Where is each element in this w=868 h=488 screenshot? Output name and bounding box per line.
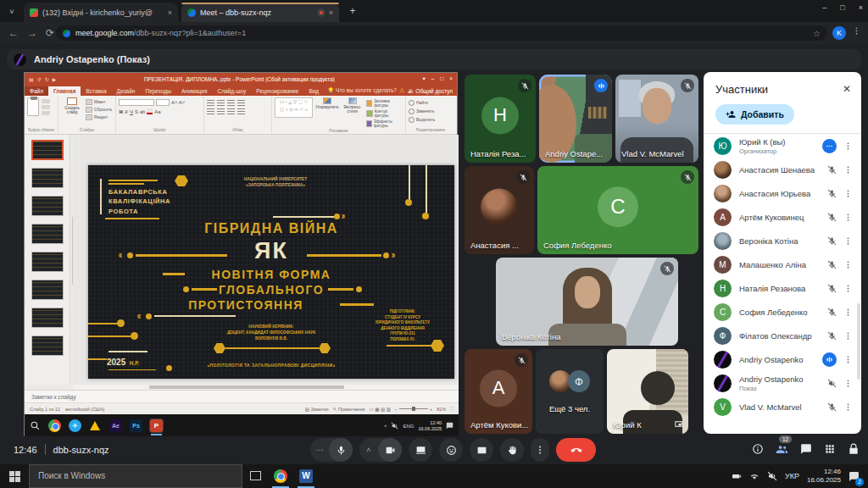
section-button[interactable]: Раздел (86, 114, 112, 120)
mic-control[interactable]: ⋯ (310, 438, 353, 462)
share-button[interactable]: Общий доступ (408, 88, 453, 94)
align-center-button[interactable] (217, 108, 225, 114)
bullets-button[interactable] (207, 100, 214, 106)
task-view-button[interactable] (242, 469, 268, 484)
redo-icon[interactable]: ↻ (45, 76, 49, 82)
participant-row[interactable]: С София Лебеденко (704, 300, 861, 324)
participant-row[interactable]: Н Наталія Резанова (704, 276, 861, 300)
language-indicator[interactable]: УКР (785, 472, 799, 480)
drive-taskbar-icon[interactable] (89, 419, 102, 432)
chrome-taskbar-icon[interactable] (48, 419, 61, 432)
slide-thumbnail-5[interactable] (31, 252, 64, 272)
video-tile-yuriy[interactable]: Юрий К (607, 349, 688, 434)
tab-transitions[interactable]: Переходы (140, 86, 176, 96)
video-tile-overflow[interactable]: Ф Ещё 3 чел. (536, 349, 604, 434)
reactions-button[interactable] (439, 438, 463, 462)
tab-search-button[interactable]: ˅ (5, 5, 19, 19)
slide-thumbnail-1[interactable] (31, 140, 64, 160)
layout-button[interactable]: Макет (86, 99, 112, 105)
participant-menu-icon[interactable] (843, 260, 853, 269)
participant-row[interactable]: А Артём Куковинец (704, 205, 861, 229)
participant-row[interactable]: Ю Юрий К (вы)Организатор (704, 134, 861, 158)
slide-thumbnail-6[interactable] (31, 280, 64, 300)
language-indicator[interactable]: английский (США) (65, 407, 105, 412)
tab-design[interactable]: Дизайн (112, 86, 141, 96)
notes-toggle[interactable]: ▤ Заметки (305, 407, 329, 412)
bold-button[interactable]: Ж (119, 109, 123, 114)
reload-icon[interactable]: ⟳ (46, 27, 54, 39)
restore-icon[interactable]: □ (440, 75, 443, 82)
battery-icon[interactable] (732, 471, 742, 481)
participant-row[interactable]: Анастасия Юрьева (704, 181, 861, 205)
search-icon[interactable] (30, 420, 41, 431)
browser-tab-gmail[interactable]: (132) Вхідні - kirichenko_yuriy@ × (24, 3, 178, 22)
font-color-button[interactable] (147, 108, 153, 114)
new-tab-button[interactable]: + (346, 5, 359, 19)
participant-row[interactable]: Вероніка Котіна (704, 229, 861, 252)
panel-close-icon[interactable]: ✕ (843, 83, 851, 95)
participant-menu-icon[interactable] (843, 189, 853, 198)
camera-icon[interactable] (378, 438, 402, 462)
shape-outline-button[interactable]: Контур фигуры (366, 109, 403, 118)
start-button[interactable] (0, 464, 29, 488)
numbering-button[interactable] (217, 100, 225, 106)
close-icon[interactable]: × (859, 3, 863, 12)
slide-thumbnail-8[interactable] (31, 336, 64, 356)
photoshop-taskbar-icon[interactable]: Ps (130, 419, 142, 432)
present-button[interactable] (409, 438, 432, 462)
participant-row[interactable]: М Малашенко Аліна (704, 252, 861, 276)
windows-search-box[interactable]: Поиск в Windows (29, 464, 242, 488)
find-button[interactable]: Найти (409, 100, 435, 106)
slide-thumbnail-4[interactable] (31, 224, 64, 244)
spacing-button[interactable] (237, 100, 245, 106)
list-scrollbar[interactable] (857, 303, 860, 380)
participant-menu-icon[interactable] (843, 284, 853, 293)
tab-slideshow[interactable]: Слайд-шоу (212, 86, 251, 96)
camera-control[interactable]: ˄ (359, 438, 402, 462)
maximize-icon[interactable]: □ (840, 3, 844, 12)
zoom-slider[interactable]: –+ (395, 407, 432, 412)
tab-animations[interactable]: Анимация (176, 86, 213, 96)
mic-icon[interactable] (329, 438, 353, 462)
comments-toggle[interactable]: ✎ Примечания (333, 407, 365, 412)
powerpoint-taskbar-icon[interactable]: P (150, 419, 163, 432)
chat-icon[interactable] (800, 443, 812, 455)
mic-options-icon[interactable]: ⋯ (310, 446, 329, 454)
participant-row[interactable]: Andriy Ostapenko (704, 347, 861, 371)
align-right-button[interactable] (227, 108, 235, 114)
participant-row[interactable]: Ф Філатов Олександр (704, 324, 861, 347)
fit-slide-icon[interactable]: ⛶ (450, 406, 453, 412)
action-center-button[interactable]: 2 (849, 469, 860, 484)
tab-close-icon[interactable]: × (164, 8, 172, 17)
telegram-taskbar-icon[interactable]: ✈ (69, 419, 81, 432)
browser-tab-meet[interactable]: Meet – dbb-suzx-nqz × (181, 3, 339, 22)
participant-menu-icon[interactable] (843, 236, 853, 246)
tab-view[interactable]: Вид (303, 86, 324, 96)
presenter-clock[interactable]: 12:4016.06.2025 (418, 420, 442, 432)
bookmark-star-icon[interactable]: ☆ (813, 29, 821, 38)
video-tile-sofia[interactable]: С София Лебеденко (537, 166, 698, 254)
chrome-taskbar-button[interactable] (268, 464, 293, 488)
video-tile-vlad[interactable]: Vlad V. McMarvel (615, 75, 698, 163)
captions-button[interactable] (470, 438, 493, 462)
raise-hand-button[interactable] (500, 438, 524, 462)
reset-button[interactable]: Сбросить (86, 107, 112, 113)
participant-menu-icon[interactable] (843, 331, 853, 341)
tell-me-box[interactable]: 💡 Что вы хотите сделать? (327, 87, 397, 96)
participant-menu-icon[interactable] (843, 141, 853, 151)
pip-icon[interactable] (674, 419, 683, 429)
people-button[interactable]: 12 (776, 441, 788, 457)
info-icon[interactable] (752, 443, 764, 455)
italic-button[interactable]: К (125, 109, 128, 114)
more-options-button[interactable] (531, 438, 549, 462)
participant-row[interactable]: V Vlad V. McMarvel (704, 395, 861, 418)
align-left-button[interactable] (207, 108, 214, 114)
activities-icon[interactable] (824, 443, 836, 455)
minimize-icon[interactable]: – (822, 3, 826, 12)
undo-icon[interactable]: ↺ (37, 76, 42, 82)
video-tile-anastasia[interactable]: Анастасия ... (465, 166, 534, 254)
slide-thumbnail-7[interactable] (31, 308, 64, 328)
video-tile-natalia[interactable]: Н Наталія Реза... (465, 75, 536, 163)
clipboard-mini-buttons[interactable] (42, 97, 50, 115)
participant-row[interactable]: Анастасия Шенаева (704, 158, 861, 181)
